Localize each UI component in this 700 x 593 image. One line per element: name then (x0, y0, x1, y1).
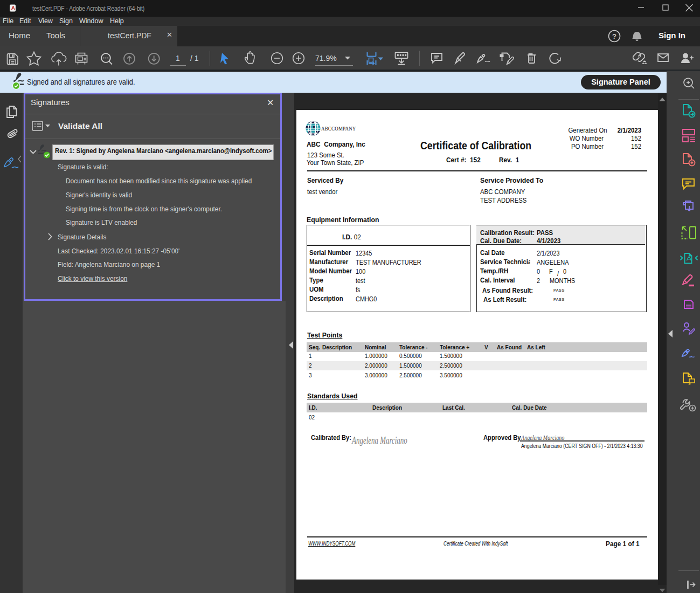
svg-text:/ 1: / 1 (190, 54, 199, 63)
svg-text:?: ? (612, 32, 616, 40)
svg-text:71.9%: 71.9% (315, 54, 337, 63)
svg-text:1: 1 (176, 54, 180, 63)
